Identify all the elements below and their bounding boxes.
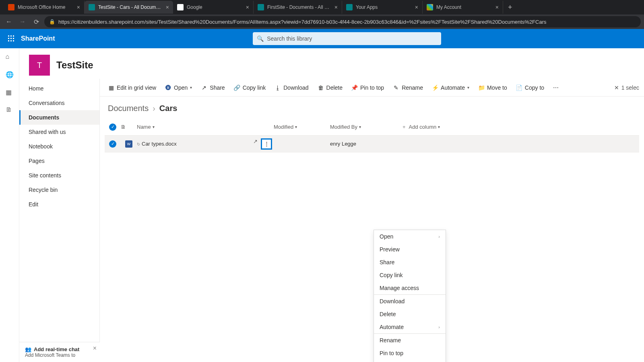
copy-to-button[interactable]: 📄Copy to xyxy=(513,82,547,93)
ctx-delete[interactable]: Delete xyxy=(374,308,446,321)
select-all-checkbox[interactable]: ✓ xyxy=(109,123,116,131)
close-icon[interactable]: × xyxy=(334,4,338,10)
share-icon: ↗ xyxy=(201,84,207,91)
rename-button[interactable]: ✎Rename xyxy=(390,82,426,93)
back-button[interactable]: ← xyxy=(3,16,14,27)
browser-tab[interactable]: Your Apps × xyxy=(342,1,423,14)
forward-button[interactable]: → xyxy=(17,16,28,27)
reload-button[interactable]: ⟳ xyxy=(31,16,42,27)
sharepoint-suite-header: SharePoint 🔍 Search this library xyxy=(0,29,644,48)
copy-icon: 📄 xyxy=(516,84,522,91)
svg-rect-7 xyxy=(10,40,12,41)
add-column-button[interactable]: +Add column ▾ xyxy=(402,124,475,130)
list-header-row: ✓ 🗎 Name ▾ Modified ▾ Modified By ▾ +Add… xyxy=(105,119,639,136)
site-title[interactable]: TestSite xyxy=(56,60,93,71)
browser-tab[interactable]: My Account × xyxy=(423,1,503,14)
svg-rect-4 xyxy=(10,38,12,39)
move-icon: 📁 xyxy=(478,84,485,91)
row-checkbox[interactable]: ✓ xyxy=(109,140,116,148)
close-icon[interactable]: × xyxy=(166,4,169,10)
close-selection-icon[interactable]: ✕ xyxy=(614,84,619,91)
more-commands-button[interactable]: ⋯ xyxy=(550,82,562,93)
pin-to-top-button[interactable]: 📌Pin to top xyxy=(348,82,387,93)
ctx-share[interactable]: Share xyxy=(374,256,446,269)
svg-rect-1 xyxy=(10,35,12,37)
close-icon[interactable]: × xyxy=(246,4,249,10)
sync-icon: ↻ xyxy=(137,142,140,146)
new-tab-button[interactable]: + xyxy=(503,3,517,12)
search-input[interactable]: 🔍 Search this library xyxy=(253,32,441,45)
app-launcher-icon[interactable] xyxy=(5,32,18,45)
nav-notebook[interactable]: Notebook xyxy=(19,139,99,154)
nav-shared-with-us[interactable]: Shared with us xyxy=(19,125,99,139)
svg-rect-5 xyxy=(13,38,14,39)
browser-tab-active[interactable]: TestSite - Cars - All Documents × xyxy=(85,1,173,14)
svg-rect-2 xyxy=(13,35,14,37)
ctx-open[interactable]: Open› xyxy=(374,230,446,243)
share-button[interactable]: ↗Share xyxy=(198,82,228,93)
tab-title: TestSite - Cars - All Documents xyxy=(98,4,163,10)
file-name[interactable]: ↻Car types.docx xyxy=(137,141,250,147)
url-text: https://citizenbuilders.sharepoint.com/s… xyxy=(58,19,547,25)
ctx-download[interactable]: Download xyxy=(374,295,446,308)
ctx-automate[interactable]: Automate› xyxy=(374,321,446,333)
nav-site-contents[interactable]: Site contents xyxy=(19,168,99,183)
browser-tab[interactable]: FirstSite - Documents - All Docum × xyxy=(254,1,342,14)
automate-button[interactable]: ⚡Automate▾ xyxy=(429,82,473,93)
files-icon[interactable]: 🗎 xyxy=(6,106,14,114)
ctx-manage-access[interactable]: Manage access xyxy=(374,282,446,294)
news-icon[interactable]: ▦ xyxy=(6,88,14,97)
close-icon[interactable]: × xyxy=(495,4,499,10)
chevron-down-icon: ▾ xyxy=(438,125,440,129)
close-icon[interactable]: × xyxy=(415,4,418,10)
globe-icon[interactable]: 🌐 xyxy=(6,71,14,79)
home-icon[interactable]: ⌂ xyxy=(6,53,14,61)
download-button[interactable]: ⭳Download xyxy=(271,82,312,93)
nav-pages[interactable]: Pages xyxy=(19,154,99,168)
ctx-move-to[interactable]: Move to xyxy=(374,360,446,362)
sharepoint-brand[interactable]: SharePoint xyxy=(21,35,55,42)
browser-tab[interactable]: Microsoft Office Home × xyxy=(4,1,85,14)
promo-title-text: Add real-time chat xyxy=(34,346,79,352)
edit-grid-button[interactable]: ▦Edit in grid view xyxy=(105,82,159,93)
column-name[interactable]: Name ▾ xyxy=(137,124,250,130)
ctx-rename[interactable]: Rename xyxy=(374,334,446,347)
column-modified[interactable]: Modified ▾ xyxy=(274,124,330,130)
modified-by-value: enry Legge xyxy=(330,141,402,147)
nav-recycle-bin[interactable]: Recycle bin xyxy=(19,183,99,197)
ctx-copy-link[interactable]: Copy link xyxy=(374,269,446,282)
move-to-button[interactable]: 📁Move to xyxy=(475,82,510,93)
copy-link-button[interactable]: 🔗Copy link xyxy=(231,82,269,93)
column-modified-by[interactable]: Modified By ▾ xyxy=(330,124,402,130)
delete-button[interactable]: 🗑Delete xyxy=(314,82,346,93)
file-type-column-icon[interactable]: 🗎 xyxy=(121,124,137,130)
tab-favicon xyxy=(8,4,14,10)
download-icon: ⭳ xyxy=(275,84,281,91)
search-placeholder: Search this library xyxy=(267,35,312,42)
tab-favicon xyxy=(89,4,95,10)
open-button[interactable]: 🅦Open▾ xyxy=(162,82,195,93)
close-icon[interactable]: × xyxy=(93,345,97,352)
site-header: T TestSite xyxy=(19,48,644,79)
url-input[interactable]: 🔒 https://citizenbuilders.sharepoint.com… xyxy=(44,16,641,27)
ctx-preview[interactable]: Preview xyxy=(374,243,446,256)
site-logo[interactable]: T xyxy=(29,55,50,76)
quick-launch-nav: Home Conversations Documents Shared with… xyxy=(19,79,100,362)
nav-home[interactable]: Home xyxy=(19,81,99,96)
browser-tab[interactable]: Google × xyxy=(173,1,254,14)
ctx-pin-to-top[interactable]: Pin to top xyxy=(374,347,446,360)
nav-documents[interactable]: Documents xyxy=(19,110,99,125)
grid-icon: ▦ xyxy=(108,84,114,91)
breadcrumb-root[interactable]: Documents xyxy=(108,104,149,113)
svg-rect-6 xyxy=(8,40,9,41)
ellipsis-icon: ⋯ xyxy=(553,84,559,91)
more-actions-button[interactable]: ⋮ xyxy=(261,138,272,150)
close-icon[interactable]: × xyxy=(77,4,80,10)
command-bar: ▦Edit in grid view 🅦Open▾ ↗Share 🔗Copy l… xyxy=(100,79,644,97)
nav-conversations[interactable]: Conversations xyxy=(19,96,99,110)
file-row[interactable]: ✓ W ↻Car types.docx ↗ ⋮ enry Legge xyxy=(105,136,639,152)
share-icon[interactable]: ↗ xyxy=(253,138,258,150)
nav-edit[interactable]: Edit xyxy=(19,197,99,212)
chevron-down-icon: ▾ xyxy=(190,85,192,90)
word-icon: 🅦 xyxy=(165,84,171,91)
